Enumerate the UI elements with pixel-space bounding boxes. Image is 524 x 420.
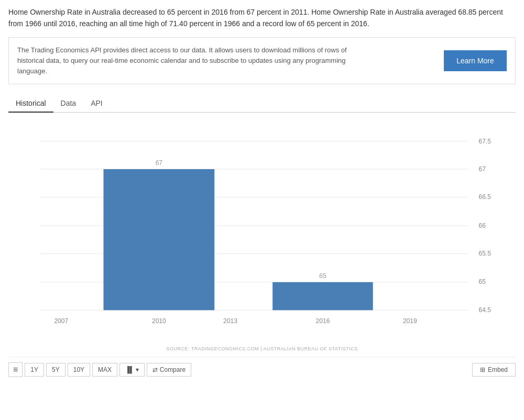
y-label-655: 65.5 [478,250,491,258]
embed-label: Embed [488,366,508,373]
compare-button[interactable]: ⇄ Compare [147,363,191,377]
y-label-67: 67 [478,165,486,173]
bar-2010 [104,169,215,310]
tab-data[interactable]: Data [53,95,84,113]
chart-type-button[interactable]: ▐▌ ▾ [119,363,145,377]
period-1y-button[interactable]: 1Y [25,363,44,377]
embed-button[interactable]: ⊞ Embed [472,363,516,377]
bar-chart: .grid-line { stroke: #e8e8e8; stroke-wid… [8,121,516,341]
period-5y-button[interactable]: 5Y [46,363,66,377]
y-label-645: 64.5 [478,306,491,314]
y-label-65: 65 [478,278,486,285]
y-label-665: 66.5 [478,194,491,201]
x-label-2010: 2010 [152,318,166,325]
toolbar-right: ⊞ Embed [472,363,516,377]
x-label-2016: 2016 [316,318,330,325]
tabs-container: Historical Data API [8,95,516,113]
period-10y-button[interactable]: 10Y [68,363,90,377]
toolbar: ≡ 1Y 5Y 10Y MAX ▐▌ ▾ ⇄ Compare ⊞ Embed [8,357,516,382]
compare-icon: ⇄ [152,366,158,373]
y-label-66: 66 [478,222,486,229]
bar-chart-icon: ▐▌ [125,366,134,373]
x-label-2007: 2007 [54,318,68,325]
source-text: SOURCE: TRADINGECONOMICS.COM | AUSTRALIA… [8,346,516,351]
x-label-2019: 2019 [403,318,417,325]
learn-more-button[interactable]: Learn More [444,50,507,71]
bar-label-2016: 65 [319,272,326,280]
tab-historical[interactable]: Historical [8,95,53,113]
y-label-675: 67.5 [478,138,491,145]
period-max-button[interactable]: MAX [92,363,117,377]
filter-icon-button[interactable]: ≡ [8,362,23,377]
x-label-2013: 2013 [223,318,237,325]
tab-api[interactable]: API [83,95,110,113]
chart-type-dropdown-icon: ▾ [136,366,139,373]
embed-icon: ⊞ [480,366,485,373]
api-banner: The Trading Economics API provides direc… [8,37,516,84]
toolbar-left: ≡ 1Y 5Y 10Y MAX ▐▌ ▾ ⇄ Compare [8,362,191,377]
api-banner-text: The Trading Economics API provides direc… [17,45,374,76]
bar-2016 [272,282,373,310]
description-text: Home Ownership Rate in Australia decreas… [8,6,516,30]
bar-label-2010: 67 [156,159,163,167]
chart-area: .grid-line { stroke: #e8e8e8; stroke-wid… [8,121,516,341]
